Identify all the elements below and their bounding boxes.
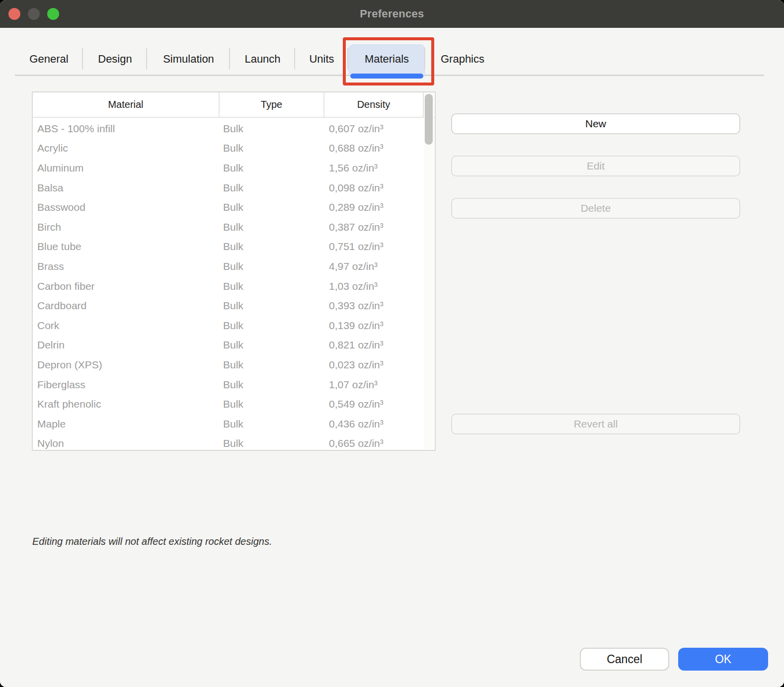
material-cell: Cardboard [33, 300, 220, 312]
density-cell: 0,436 oz/in³ [324, 418, 424, 430]
type-cell: Bulk [220, 437, 324, 449]
traffic-lights [8, 0, 59, 28]
material-cell: Kraft phenolic [33, 398, 220, 410]
minimize-button[interactable] [28, 8, 40, 20]
density-cell: 0,665 oz/in³ [324, 437, 424, 449]
table-row[interactable]: Birch Bulk 0,387 oz/in³ [33, 217, 424, 237]
density-cell: 1,07 oz/in³ [324, 379, 424, 391]
type-cell: Bulk [220, 182, 324, 194]
tabbar: General Design Simulation Launch Units M… [15, 45, 500, 74]
type-cell: Bulk [220, 142, 324, 154]
table-row[interactable]: ABS - 100% infill Bulk 0,607 oz/in³ [33, 119, 424, 139]
density-cell: 0,607 oz/in³ [324, 123, 424, 135]
zoom-button[interactable] [47, 8, 59, 20]
material-cell: Acrylic [33, 142, 220, 154]
close-button[interactable] [8, 8, 20, 20]
density-cell: 1,56 oz/in³ [324, 162, 424, 174]
density-cell: 0,549 oz/in³ [324, 398, 424, 410]
type-cell: Bulk [220, 418, 324, 430]
table-row[interactable]: Kraft phenolic Bulk 0,549 oz/in³ [33, 394, 424, 414]
table-row[interactable]: Brass Bulk 4,97 oz/in³ [33, 257, 424, 276]
titlebar: Preferences [0, 0, 784, 28]
table-row[interactable]: Maple Bulk 0,436 oz/in³ [33, 414, 424, 434]
material-cell: Birch [33, 221, 220, 233]
table-row[interactable]: Cork Bulk 0,139 oz/in³ [33, 316, 424, 336]
type-cell: Bulk [220, 221, 324, 233]
density-cell: 0,387 oz/in³ [324, 221, 424, 233]
material-cell: ABS - 100% infill [33, 123, 220, 135]
materials-note: Editing materials will not affect existi… [32, 536, 272, 547]
material-cell: Cork [33, 320, 220, 332]
type-cell: Bulk [220, 379, 324, 391]
table-row[interactable]: Depron (XPS) Bulk 0,023 oz/in³ [33, 355, 424, 375]
tab-general[interactable]: General [15, 45, 83, 74]
density-cell: 4,97 oz/in³ [324, 260, 424, 272]
type-cell: Bulk [220, 300, 324, 312]
material-cell: Depron (XPS) [33, 359, 220, 371]
density-cell: 0,289 oz/in³ [324, 201, 424, 213]
material-cell: Nylon [33, 437, 220, 449]
table-scrollbar-thumb[interactable] [425, 94, 433, 145]
ok-button[interactable]: OK [678, 648, 768, 671]
density-cell: 0,139 oz/in³ [324, 320, 424, 332]
table-row[interactable]: Nylon Bulk 0,665 oz/in³ [33, 434, 424, 450]
table-row[interactable]: Blue tube Bulk 0,751 oz/in³ [33, 237, 424, 257]
type-cell: Bulk [220, 339, 324, 351]
header-type: Type [220, 92, 324, 117]
tab-materials[interactable]: Materials [348, 44, 425, 74]
type-cell: Bulk [220, 280, 324, 292]
cancel-button[interactable]: Cancel [580, 648, 669, 671]
density-cell: 1,03 oz/in³ [324, 280, 424, 292]
type-cell: Bulk [220, 260, 324, 272]
table-body: ABS - 100% infill Bulk 0,607 oz/in³ Acry… [33, 119, 424, 450]
material-cell: Brass [33, 260, 220, 272]
tab-graphics[interactable]: Graphics [425, 45, 500, 74]
table-header-row: Material Type Density [33, 92, 435, 118]
table-scrollbar-track [424, 93, 434, 449]
type-cell: Bulk [220, 241, 324, 253]
tab-units[interactable]: Units [295, 45, 348, 74]
table-row[interactable]: Delrin Bulk 0,821 oz/in³ [33, 336, 424, 355]
type-cell: Bulk [220, 162, 324, 174]
tab-simulation[interactable]: Simulation [147, 45, 230, 74]
material-cell: Delrin [33, 339, 220, 351]
header-density: Density [324, 92, 424, 117]
type-cell: Bulk [220, 123, 324, 135]
table-row[interactable]: Balsa Bulk 0,098 oz/in³ [33, 178, 424, 198]
tab-launch[interactable]: Launch [230, 45, 295, 74]
material-cell: Balsa [33, 182, 220, 194]
type-cell: Bulk [220, 201, 324, 213]
tab-design[interactable]: Design [83, 45, 147, 74]
tab-materials-label: Materials [365, 53, 409, 66]
table-row[interactable]: Fiberglass Bulk 1,07 oz/in³ [33, 375, 424, 395]
density-cell: 0,688 oz/in³ [324, 142, 424, 154]
material-cell: Carbon fiber [33, 280, 220, 292]
density-cell: 0,393 oz/in³ [324, 300, 424, 312]
preferences-dialog: Preferences General Design Simulation La… [0, 0, 784, 687]
revert-all-button[interactable]: Revert all [451, 414, 740, 434]
material-cell: Aluminum [33, 162, 220, 174]
new-button[interactable]: New [451, 113, 740, 134]
material-cell: Blue tube [33, 241, 220, 253]
edit-button[interactable]: Edit [451, 156, 740, 176]
density-cell: 0,098 oz/in³ [324, 182, 424, 194]
table-row[interactable]: Cardboard Bulk 0,393 oz/in³ [33, 296, 424, 316]
header-material: Material [33, 92, 220, 117]
material-cell: Maple [33, 418, 220, 430]
type-cell: Bulk [220, 320, 324, 332]
window-title: Preferences [360, 7, 424, 20]
density-cell: 0,821 oz/in³ [324, 339, 424, 351]
delete-button[interactable]: Delete [451, 198, 740, 219]
type-cell: Bulk [220, 398, 324, 410]
dialog-content: General Design Simulation Launch Units M… [0, 28, 784, 687]
table-row[interactable]: Carbon fiber Bulk 1,03 oz/in³ [33, 276, 424, 296]
density-cell: 0,023 oz/in³ [324, 359, 424, 371]
table-row[interactable]: Basswood Bulk 0,289 oz/in³ [33, 197, 424, 217]
table-row[interactable]: Acrylic Bulk 0,688 oz/in³ [33, 139, 424, 159]
table-row[interactable]: Aluminum Bulk 1,56 oz/in³ [33, 158, 424, 178]
materials-table: Material Type Density ABS - 100% infill … [32, 91, 436, 451]
selected-tab-underline [350, 74, 423, 79]
material-cell: Basswood [33, 201, 220, 213]
density-cell: 0,751 oz/in³ [324, 241, 424, 253]
material-cell: Fiberglass [33, 379, 220, 391]
